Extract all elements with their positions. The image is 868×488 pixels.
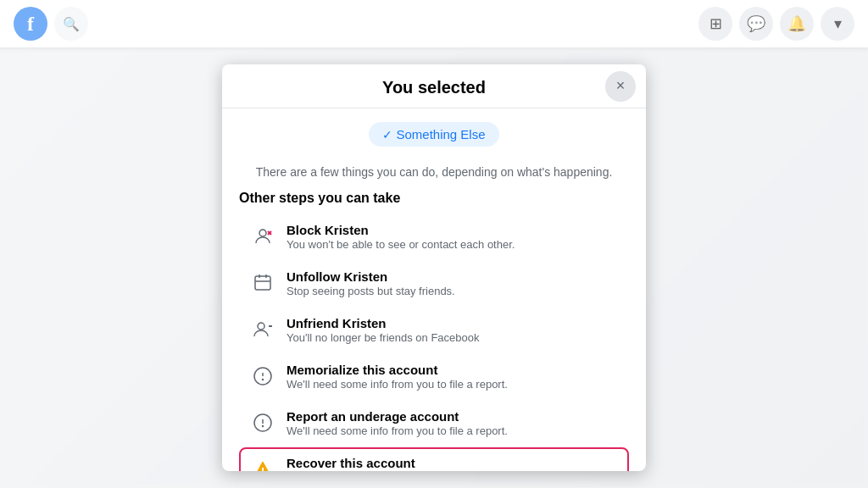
modal-backdrop: You selected × ✓ Something Else There ar… [0,47,868,488]
modal-title: You selected [382,78,486,97]
option-underage-text: Report an underage account We'll need so… [287,409,619,437]
modal-dialog: You selected × ✓ Something Else There ar… [222,64,646,471]
modal-subtitle: There are a few things you can do, depen… [239,165,629,179]
selected-badge: ✓ Something Else [369,122,498,147]
option-block-title: Block Kristen [287,223,619,237]
option-memorialize-text: Memorialize this account We'll need some… [287,363,619,391]
option-unfriend-title: Unfriend Kristen [287,316,619,330]
option-memorialize[interactable]: Memorialize this account We'll need some… [239,354,629,399]
close-button[interactable]: × [605,71,636,102]
option-underage-desc: We'll need some info from you to file a … [287,424,619,437]
selected-label: Something Else [396,127,485,141]
option-block-text: Block Kristen You won't be able to see o… [287,223,619,251]
warning-icon [249,456,276,471]
memorialize-icon [249,363,276,390]
section-title: Other steps you can take [239,191,629,206]
svg-point-15 [263,426,264,427]
option-unfriend-text: Unfriend Kristen You'll no longer be fri… [287,316,619,344]
block-icon [249,223,276,250]
svg-point-12 [263,380,264,380]
unfriend-icon [249,316,276,343]
svg-point-1 [259,230,266,236]
option-unfollow-title: Unfollow Kristen [287,269,619,284]
option-underage[interactable]: Report an underage account We'll need so… [239,401,629,446]
option-unfollow-text: Unfollow Kristen Stop seeing posts but s… [287,269,619,297]
option-unfollow[interactable]: Unfollow Kristen Stop seeing posts but s… [239,261,629,306]
option-underage-title: Report an underage account [287,409,619,424]
option-memorialize-title: Memorialize this account [287,363,619,377]
option-memorialize-desc: We'll need some info from you to file a … [287,378,619,391]
option-recover-text: Recover this account Log out and start t… [287,456,619,471]
svg-rect-4 [255,276,270,290]
checkmark-icon: ✓ [382,128,392,141]
option-recover-title: Recover this account [287,456,619,470]
unfollow-icon [249,269,276,297]
modal-header: You selected × [222,64,646,108]
option-recover[interactable]: Recover this account Log out and start t… [239,447,629,471]
option-unfriend[interactable]: Unfriend Kristen You'll no longer be fri… [239,308,629,352]
option-unfriend-desc: You'll no longer be friends on Facebook [287,331,619,344]
underage-icon [249,409,276,436]
option-block[interactable]: Block Kristen You won't be able to see o… [239,214,629,259]
modal-body: ✓ Something Else There are a few things … [222,108,646,471]
options-list: Block Kristen You won't be able to see o… [239,214,629,471]
option-block-desc: You won't be able to see or contact each… [287,238,619,251]
svg-point-8 [258,323,264,330]
option-unfollow-desc: Stop seeing posts but stay friends. [287,285,619,297]
